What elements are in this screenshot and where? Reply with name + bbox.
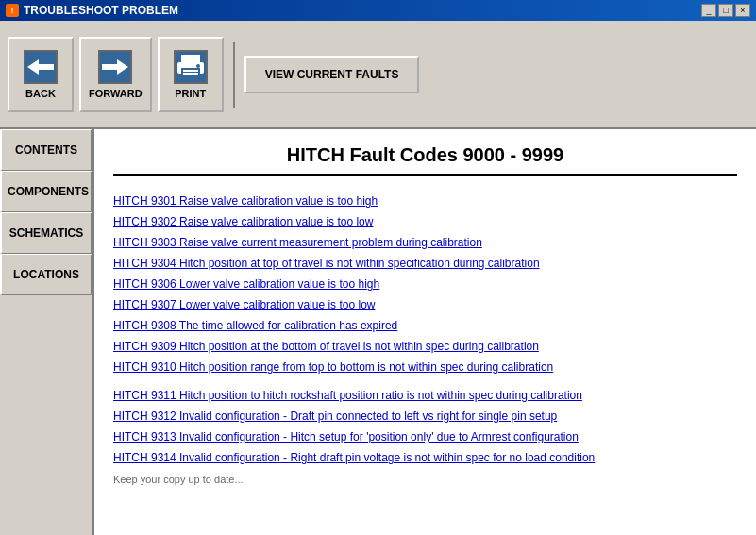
fault-link-9302[interactable]: HITCH 9302 Raise valve calibration value… xyxy=(113,213,737,230)
forward-label: FORWARD xyxy=(89,88,143,99)
fault-links-group: HITCH 9301 Raise valve calibration value… xyxy=(113,192,737,466)
fault-link-9309[interactable]: HITCH 9309 Hitch position at the bottom … xyxy=(113,338,737,355)
print-icon xyxy=(174,50,208,84)
svg-marker-0 xyxy=(27,59,54,75)
svg-point-8 xyxy=(196,64,200,68)
toolbar-separator xyxy=(233,42,235,108)
sidebar-item-components[interactable]: COMPONENTS xyxy=(0,171,92,212)
main-container: CONTENTS COMPONENTS SCHEMATICS LOCATIONS… xyxy=(0,129,756,535)
fault-link-9303[interactable]: HITCH 9303 Raise valve current measureme… xyxy=(113,234,737,251)
bottom-note: Keep your copy up to date... xyxy=(113,474,737,485)
back-button[interactable]: BACK xyxy=(8,37,74,112)
sidebar-item-contents[interactable]: CONTENTS xyxy=(0,129,92,171)
back-label: BACK xyxy=(25,88,56,99)
print-label: PRINT xyxy=(175,88,206,99)
view-faults-button[interactable]: VIEW CURRENT FAULTS xyxy=(244,56,420,93)
title-text: TROUBLESHOOT PROBLEM xyxy=(24,4,178,17)
fault-link-9311[interactable]: HITCH 9311 Hitch position to hitch rocks… xyxy=(113,387,737,404)
fault-link-9313[interactable]: HITCH 9313 Invalid configuration - Hitch… xyxy=(113,428,737,445)
sidebar-item-schematics[interactable]: SCHEMATICS xyxy=(0,212,92,254)
fault-link-9310[interactable]: HITCH 9310 Hitch position range from top… xyxy=(113,359,737,376)
forward-button[interactable]: FORWARD xyxy=(79,37,152,112)
fault-link-9306[interactable]: HITCH 9306 Lower valve calibration value… xyxy=(113,276,737,293)
fault-link-9301[interactable]: HITCH 9301 Raise valve calibration value… xyxy=(113,192,737,209)
print-button[interactable]: PRINT xyxy=(158,37,224,112)
svg-marker-1 xyxy=(102,59,128,75)
content-area[interactable]: HITCH Fault Codes 9000 - 9999 HITCH 9301… xyxy=(94,129,756,535)
app-icon: ! xyxy=(6,4,19,17)
fault-link-9307[interactable]: HITCH 9307 Lower valve calibration value… xyxy=(113,296,737,313)
sidebar: CONTENTS COMPONENTS SCHEMATICS LOCATIONS xyxy=(0,129,94,535)
minimize-button[interactable]: _ xyxy=(701,4,716,17)
window-controls[interactable]: _ □ × xyxy=(701,4,750,17)
svg-rect-2 xyxy=(181,55,200,62)
fault-link-9312[interactable]: HITCH 9312 Invalid configuration - Draft… xyxy=(113,408,737,425)
title-bar: ! TROUBLESHOOT PROBLEM _ □ × xyxy=(0,0,756,21)
fault-link-9304[interactable]: HITCH 9304 Hitch position at top of trav… xyxy=(113,255,737,272)
fault-link-9308[interactable]: HITCH 9308 The time allowed for calibrat… xyxy=(113,317,737,334)
content-title: HITCH Fault Codes 9000 - 9999 xyxy=(113,144,737,176)
toolbar: BACK FORWARD PRINT VIEW CURRENT FAULTS xyxy=(0,21,756,129)
svg-rect-7 xyxy=(183,73,198,75)
sidebar-item-locations[interactable]: LOCATIONS xyxy=(0,254,92,295)
maximize-button[interactable]: □ xyxy=(718,4,733,17)
back-icon xyxy=(24,50,58,84)
fault-link-9314[interactable]: HITCH 9314 Invalid configuration - Right… xyxy=(113,449,737,466)
forward-icon xyxy=(98,50,132,84)
close-button[interactable]: × xyxy=(735,4,750,17)
svg-rect-6 xyxy=(183,70,198,72)
